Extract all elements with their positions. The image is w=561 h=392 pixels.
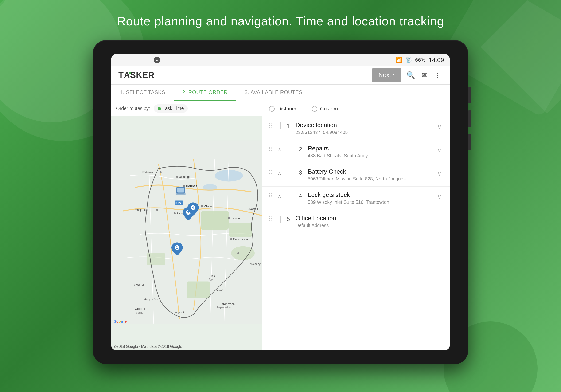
tab-available-routes-label: 3. AVAILABLE ROUTES xyxy=(245,89,302,95)
route-address-5: Default Address xyxy=(296,223,442,228)
map-panel: Order routes by: Task Time xyxy=(111,101,262,350)
svg-text:l: l xyxy=(123,319,124,323)
drag-handle-2[interactable] xyxy=(269,145,271,151)
page-title: Route planning and navigation. Time and … xyxy=(117,14,444,28)
status-bar: ▲ 📶 📡 66% 14:09 xyxy=(111,54,450,66)
svg-text:Białystok: Białystok xyxy=(173,310,185,314)
status-left: ▲ xyxy=(154,57,160,63)
next-chevron-icon: › xyxy=(393,72,395,78)
route-expand-3[interactable]: ∨ xyxy=(436,168,442,178)
side-buttons-right xyxy=(468,87,471,150)
move-up-3[interactable]: ∧ xyxy=(275,168,284,177)
route-name-2: Repairs xyxy=(308,145,432,152)
app-name: TASKER xyxy=(119,70,155,80)
svg-text:Смаргонь: Смаргонь xyxy=(248,207,259,210)
svg-text:Niasviž: Niasviž xyxy=(215,289,223,291)
custom-radio[interactable] xyxy=(312,106,317,112)
route-name-1: Device location xyxy=(296,121,432,129)
route-num-2: 2 xyxy=(297,145,304,153)
tablet-device: SAMSUNG ▲ 📶 📡 66% 14:09 TASKER xyxy=(93,40,468,364)
svg-point-14 xyxy=(156,209,158,211)
svg-text:o: o xyxy=(119,319,121,323)
route-address-2: 438 Bart Shoals, South Andy xyxy=(308,153,432,158)
drag-handle-1[interactable] xyxy=(269,121,271,128)
drag-handle-3[interactable] xyxy=(269,168,271,174)
svg-point-18 xyxy=(160,171,162,173)
status-right: 📶 📡 66% 14:09 xyxy=(396,56,444,64)
svg-text:Lida: Lida xyxy=(210,274,215,277)
move-up-4[interactable]: ∧ xyxy=(275,191,284,200)
next-button[interactable]: Next › xyxy=(372,68,401,82)
svg-point-22 xyxy=(237,252,239,254)
route-info-5: Office Location Default Address xyxy=(296,215,442,228)
svg-rect-35 xyxy=(175,194,186,195)
route-num-4: 4 xyxy=(297,191,304,199)
more-button[interactable]: ⋮ xyxy=(433,70,442,81)
svg-text:e: e xyxy=(125,319,127,323)
custom-label: Custom xyxy=(320,106,338,112)
signal-icon: 📡 xyxy=(406,57,412,63)
svg-point-7 xyxy=(231,246,255,260)
route-item-3: ∧ 3 Battery Check 5063 Tillman Mission S… xyxy=(262,163,450,187)
route-name-3: Battery Check xyxy=(308,168,432,175)
drag-handle-5[interactable] xyxy=(269,215,271,221)
svg-text:Augustów: Augustów xyxy=(144,297,158,301)
custom-option[interactable]: Custom xyxy=(312,106,338,112)
route-info-4: Lock gets stuck 589 Wisoky Inlet Suite 5… xyxy=(308,191,432,205)
tabs-bar: 1. SELECT TASKS 2. ROUTE ORDER 3. AVAILA… xyxy=(111,85,450,101)
svg-text:Гродна: Гродна xyxy=(135,311,143,314)
svg-point-16 xyxy=(176,176,178,178)
svg-text:4: 4 xyxy=(192,206,194,209)
svg-text:Баранавічы: Баранавічы xyxy=(217,306,231,309)
svg-text:Vilnius: Vilnius xyxy=(204,205,213,208)
route-expand-4[interactable]: ∨ xyxy=(436,191,442,201)
route-address-1: 23.9313437, 54.9094405 xyxy=(296,130,432,135)
order-by-label: Order routes by: xyxy=(116,106,150,111)
distance-radio[interactable] xyxy=(269,106,275,112)
search-button[interactable]: 🔍 xyxy=(405,70,417,81)
move-up-2[interactable]: ∧ xyxy=(275,145,284,154)
tab-available-routes[interactable]: 3. AVAILABLE ROUTES xyxy=(236,85,311,101)
tablet-screen: ▲ 📶 📡 66% 14:09 TASKER Next › xyxy=(111,54,450,350)
distance-option[interactable]: Distance xyxy=(269,106,298,112)
svg-rect-4 xyxy=(229,223,252,237)
map-view[interactable]: Kaunas Vilnius Alytus Marijampolė Ukmerg… xyxy=(111,114,262,350)
svg-text:Ukmergė: Ukmergė xyxy=(179,175,191,179)
route-name-4: Lock gets stuck xyxy=(308,191,432,199)
power-button[interactable] xyxy=(468,87,471,103)
route-address-3: 5063 Tillman Mission Suite 828, North Ja… xyxy=(308,176,432,182)
route-expand-2[interactable]: ∨ xyxy=(436,145,442,155)
route-expand-1[interactable]: ∨ xyxy=(436,121,442,132)
tab-select-tasks[interactable]: 1. SELECT TASKS xyxy=(111,85,174,101)
tab-route-order-label: 2. ROUTE ORDER xyxy=(182,89,228,95)
dotted-sep-1 xyxy=(275,121,281,135)
svg-text:Smarhon: Smarhon xyxy=(231,217,241,219)
route-num-1: 1 xyxy=(285,121,292,130)
app-header: TASKER Next › 🔍 ✉ ⋮ xyxy=(111,66,450,85)
tab-route-order[interactable]: 2. ROUTE ORDER xyxy=(174,85,236,101)
svg-text:E85: E85 xyxy=(175,201,181,205)
message-icon: ✉ xyxy=(422,71,428,79)
more-icon: ⋮ xyxy=(434,71,441,79)
distance-label: Distance xyxy=(278,106,298,112)
dotted-sep-4 xyxy=(288,191,293,205)
tab-select-tasks-label: 1. SELECT TASKS xyxy=(120,89,165,95)
order-options: Distance Custom xyxy=(262,101,450,117)
svg-text:2: 2 xyxy=(176,246,178,249)
svg-text:o: o xyxy=(116,319,119,323)
route-item-2: ∧ 2 Repairs 438 Bart Shoals, South Andy … xyxy=(262,140,450,163)
route-item-5: 5 Office Location Default Address xyxy=(262,210,450,233)
svg-text:Kaunas: Kaunas xyxy=(186,184,197,188)
volume-down-button[interactable] xyxy=(468,134,471,150)
svg-text:Маладзечна: Маладзечна xyxy=(233,238,248,241)
svg-text:Maladzy…: Maladzy… xyxy=(250,262,262,266)
drag-handle-4[interactable] xyxy=(269,191,271,197)
order-bar: Order routes by: Task Time xyxy=(111,101,262,116)
volume-up-button[interactable] xyxy=(468,110,471,127)
route-info-1: Device location 23.9313437, 54.9094405 xyxy=(296,121,432,135)
svg-point-12 xyxy=(174,212,176,214)
task-time-badge[interactable]: Task Time xyxy=(154,104,188,113)
svg-point-10 xyxy=(201,205,203,207)
message-button[interactable]: ✉ xyxy=(420,70,429,81)
svg-point-23 xyxy=(230,238,232,240)
